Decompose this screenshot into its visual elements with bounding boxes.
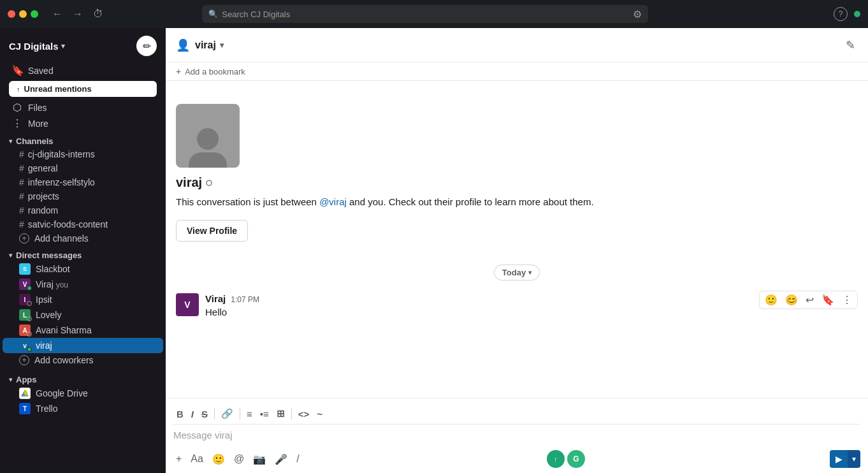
trello-icon: T <box>19 403 31 414</box>
viraj-self-avatar: V <box>19 279 31 290</box>
emoji-reaction-button[interactable]: 🙂 <box>762 293 780 307</box>
video-button[interactable]: 📷 <box>250 451 268 467</box>
mention-button[interactable]: @ <box>231 451 247 467</box>
profile-body <box>189 152 227 168</box>
workspace-chevron-icon: ▾ <box>61 42 65 50</box>
composer-bottom: + Aa 🙂 @ 📷 🎤 / ↑ G ▶ ▾ <box>173 448 860 468</box>
profile-name-row: viraj <box>176 175 212 190</box>
channel-item-general[interactable]: # general <box>3 161 163 175</box>
dm-section-header[interactable]: ▾ Direct messages <box>0 245 166 261</box>
dm-item-viraj-self[interactable]: V Viraj you <box>3 277 163 292</box>
channels-section-header[interactable]: ▾ Channels <box>0 131 166 147</box>
dm-item-lovely[interactable]: L Lovely <box>3 307 163 323</box>
dm-chevron-icon: ▾ <box>9 252 12 259</box>
mention-link[interactable]: @viraj <box>319 196 347 207</box>
search-bar[interactable]: 🔍 Search CJ Digitals ⚙ <box>202 5 648 23</box>
sidebar-item-saved[interactable]: 🔖 Saved <box>3 62 163 78</box>
composer: B I S 🔗 ≡ •≡ ⊞ <> ~ Message viraj + Aa 🙂… <box>166 398 868 473</box>
sidebar-header: CJ Digitals ▾ ✏ <box>0 28 166 62</box>
titlebar-right: ? <box>834 7 860 21</box>
chat-user-name[interactable]: viraj ▾ <box>195 40 224 51</box>
forward-button[interactable]: → <box>69 6 87 22</box>
emoji-add-button[interactable]: 😊 <box>783 293 800 307</box>
channel-item-cj-digitals-interns[interactable]: # cj-digitals-interns <box>3 147 163 161</box>
avani-avatar: A <box>19 324 31 336</box>
slash-button[interactable]: / <box>294 451 301 467</box>
compose-button[interactable]: ✏ <box>136 36 157 56</box>
attach-button[interactable]: + <box>173 451 184 467</box>
emoji-button[interactable]: 🙂 <box>210 451 228 467</box>
apps-section-header[interactable]: ▾ Apps <box>0 370 166 386</box>
message-row: V Viraj 1:07 PM Hello 🙂 😊 ↩ 🔖 ⋮ <box>176 291 858 321</box>
bold-button[interactable]: B <box>173 407 187 421</box>
view-profile-button[interactable]: View Profile <box>176 220 248 242</box>
sidebar: CJ Digitals ▾ ✏ 🔖 Saved ↑ Unread mention… <box>0 28 166 473</box>
channel-item-projects[interactable]: # projects <box>3 189 163 203</box>
up-arrow-icon: ↑ <box>17 85 20 93</box>
history-button[interactable]: ⏱ <box>89 6 107 22</box>
grammarly-button-2[interactable]: G <box>567 450 585 468</box>
edit-icon-button[interactable]: ✎ <box>843 36 858 55</box>
hash-icon: # <box>19 149 24 159</box>
code-block-button[interactable]: ~ <box>314 407 326 421</box>
minimize-button[interactable] <box>19 10 27 18</box>
sidebar-item-more[interactable]: ⋮ More <box>3 115 163 131</box>
workspace-name[interactable]: CJ Digitals ▾ <box>9 41 65 52</box>
channel-item-inferenz-selfstylo[interactable]: # inferenz-selfstylo <box>3 175 163 189</box>
traffic-lights <box>8 10 38 18</box>
strikethrough-button[interactable]: S <box>198 407 211 421</box>
maximize-button[interactable] <box>31 10 38 18</box>
dm-item-ipsit[interactable]: I Ipsit <box>3 292 163 307</box>
header-chevron-icon: ▾ <box>220 41 224 50</box>
help-button[interactable]: ? <box>834 7 848 21</box>
chat-messages: viraj This conversation is just between … <box>166 81 868 398</box>
composer-input[interactable]: Message viraj <box>173 427 860 448</box>
unread-mentions-badge[interactable]: ↑ Unread mentions <box>9 81 157 97</box>
message-sender-avatar: V <box>176 293 199 316</box>
indent-button[interactable]: ⊞ <box>273 406 288 421</box>
profile-head <box>197 128 219 150</box>
bookmark-message-button[interactable]: 🔖 <box>819 293 837 307</box>
more-icon: ⋮ <box>11 117 23 129</box>
send-button[interactable]: ▶ <box>830 450 848 468</box>
files-icon: ⬡ <box>11 101 23 113</box>
more-actions-button[interactable]: ⋮ <box>839 293 855 307</box>
online-status-dot <box>27 347 32 352</box>
format-button[interactable]: Aa <box>188 451 206 467</box>
send-options-button[interactable]: ▾ <box>848 450 860 468</box>
profile-avatar-large <box>176 104 240 168</box>
send-button-group: ▶ ▾ <box>830 450 860 468</box>
code-button[interactable]: <> <box>295 407 313 421</box>
audio-button[interactable]: 🎤 <box>272 451 290 467</box>
date-divider: Today ▾ <box>176 265 858 280</box>
apps-chevron-icon: ▾ <box>9 376 12 383</box>
add-channels-item[interactable]: + Add channels <box>3 231 163 245</box>
filter-button[interactable]: ⚙ <box>633 8 642 20</box>
link-button[interactable]: 🔗 <box>218 406 236 421</box>
sidebar-item-files[interactable]: ⬡ Files <box>3 99 163 115</box>
bookmark-bar[interactable]: + Add a bookmark <box>166 62 868 81</box>
dm-item-avani-sharma[interactable]: A Avani Sharma <box>3 323 163 338</box>
add-coworkers-item[interactable]: + Add coworkers <box>3 353 163 367</box>
dm-item-viraj-active[interactable]: v viraj <box>3 338 163 353</box>
away-status-dot <box>27 316 32 321</box>
back-button[interactable]: ← <box>48 6 66 22</box>
date-chevron-icon: ▾ <box>528 269 532 276</box>
app-item-trello[interactable]: T Trello <box>3 401 163 416</box>
grammarly-button-1[interactable]: ↑ <box>547 450 565 468</box>
grammarly-buttons: ↑ G <box>547 450 585 468</box>
italic-button[interactable]: I <box>188 407 197 421</box>
ordered-list-button[interactable]: ≡ <box>243 407 256 421</box>
unordered-list-button[interactable]: •≡ <box>257 407 272 421</box>
close-button[interactable] <box>8 10 15 18</box>
intro-text: This conversation is just between @viraj… <box>176 195 594 210</box>
dm-item-slackbot[interactable]: S Slackbot <box>3 261 163 277</box>
date-pill[interactable]: Today ▾ <box>494 265 540 280</box>
app-item-google-drive[interactable]: Google Drive <box>3 386 163 401</box>
away-status-dot <box>27 331 32 337</box>
channel-item-random[interactable]: # random <box>3 203 163 217</box>
reply-button[interactable]: ↩ <box>803 293 816 307</box>
profile-person-shape <box>189 123 227 168</box>
hash-icon: # <box>19 219 24 229</box>
channel-item-satvic-foods-content[interactable]: # satvic-foods-content <box>3 217 163 231</box>
